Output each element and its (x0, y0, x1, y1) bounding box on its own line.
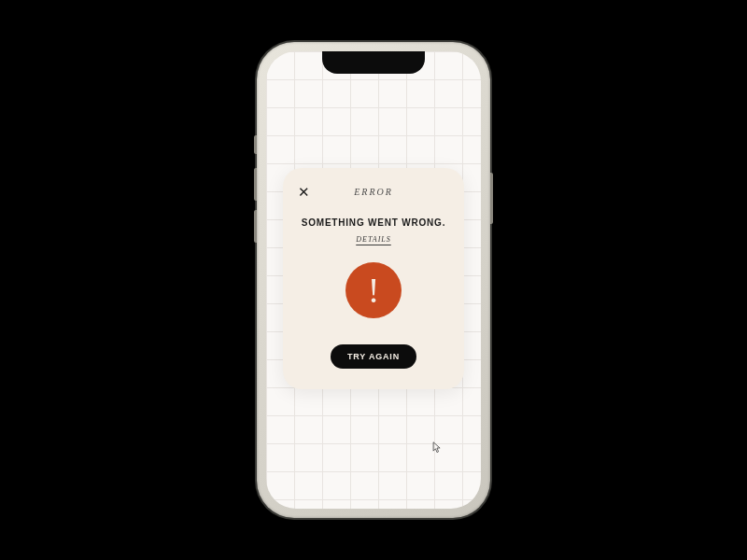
mute-switch (254, 135, 257, 154)
phone-notch (322, 51, 425, 74)
power-button (490, 173, 493, 224)
error-message: SOMETHING WENT WRONG. (298, 217, 449, 228)
volume-up-button (254, 168, 257, 201)
phone-frame: ✕ ERROR SOMETHING WENT WRONG. DETAILS ! … (257, 42, 490, 518)
modal-title: ERROR (354, 187, 393, 197)
volume-down-button (254, 210, 257, 243)
phone-screen: ✕ ERROR SOMETHING WENT WRONG. DETAILS ! … (266, 51, 481, 509)
try-again-button[interactable]: TRY AGAIN (331, 344, 416, 369)
close-icon[interactable]: ✕ (298, 185, 310, 199)
alert-icon: ! (345, 262, 402, 318)
cursor-icon (432, 441, 442, 455)
exclamation-icon: ! (368, 273, 380, 308)
modal-header: ✕ ERROR (298, 185, 449, 199)
error-modal: ✕ ERROR SOMETHING WENT WRONG. DETAILS ! … (283, 168, 464, 389)
details-link[interactable]: DETAILS (298, 235, 449, 244)
